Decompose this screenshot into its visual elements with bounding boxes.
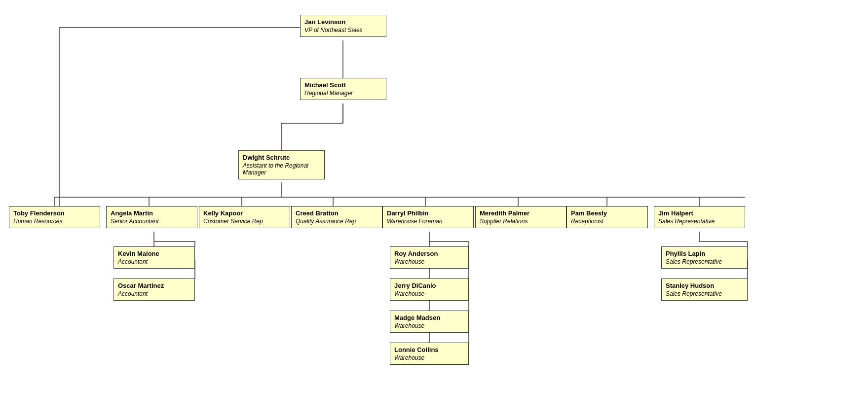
name-jim: Jim Halpert [658, 209, 741, 217]
name-oscar: Oscar Martinez [118, 282, 190, 289]
title-pam: Receptionist [571, 218, 643, 225]
title-phyllis: Sales Representative [666, 258, 743, 265]
title-kevin: Accountant [118, 258, 190, 265]
title-lonnie: Warehouse [394, 354, 464, 361]
name-pam: Pam Beesly [571, 209, 643, 217]
title-dwight: Assistant to the Regional Manager [243, 162, 320, 176]
name-meredith: Meredith Palmer [480, 209, 562, 217]
node-stanley: Stanley Hudson Sales Representative [661, 278, 748, 301]
title-jerry: Warehouse [394, 290, 464, 297]
node-madge: Madge Madsen Warehouse [390, 311, 469, 333]
name-madge: Madge Madsen [394, 314, 464, 321]
title-kelly: Customer Service Rep [203, 218, 286, 225]
name-roy: Roy Anderson [394, 250, 464, 257]
name-kelly: Kelly Kapoor [203, 209, 286, 217]
name-lonnie: Lonnie Collins [394, 346, 464, 353]
title-michael: Regional Manager [304, 90, 382, 97]
node-angela: Angela Martin Senior Accountant [106, 206, 197, 228]
name-michael: Michael Scott [304, 81, 382, 89]
node-roy: Roy Anderson Warehouse [390, 246, 469, 269]
node-jan: Jan Levinson VP of Northeast Sales [300, 15, 386, 37]
name-darryl: Darryl Philbin [387, 209, 469, 217]
title-creed: Quality Assurance Rep [296, 218, 378, 225]
title-darryl: Warehouse Foreman [387, 218, 469, 225]
node-toby: Toby Flenderson Human Resources [9, 206, 100, 228]
node-meredith: Meredith Palmer Supplier Relations [475, 206, 566, 228]
node-pam: Pam Beesly Receptionist [566, 206, 648, 228]
name-kevin: Kevin Malone [118, 250, 190, 257]
name-jan: Jan Levinson [304, 18, 382, 26]
title-toby: Human Resources [13, 218, 96, 225]
node-oscar: Oscar Martinez Accountant [113, 278, 195, 301]
title-meredith: Supplier Relations [480, 218, 562, 225]
name-phyllis: Phyllis Lapin [666, 250, 743, 257]
node-michael: Michael Scott Regional Manager [300, 78, 386, 100]
node-darryl: Darryl Philbin Warehouse Foreman [382, 206, 474, 228]
title-roy: Warehouse [394, 258, 464, 265]
title-jan: VP of Northeast Sales [304, 27, 382, 34]
node-dwight: Dwight Schrute Assistant to the Regional… [238, 150, 325, 179]
name-dwight: Dwight Schrute [243, 154, 320, 161]
node-lonnie: Lonnie Collins Warehouse [390, 343, 469, 365]
node-kelly: Kelly Kapoor Customer Service Rep [199, 206, 290, 228]
org-chart: Jan Levinson VP of Northeast Sales Micha… [0, 0, 868, 416]
node-jim: Jim Halpert Sales Representative [654, 206, 745, 228]
name-toby: Toby Flenderson [13, 209, 96, 217]
node-creed: Creed Bratton Quality Assurance Rep [291, 206, 382, 228]
node-kevin: Kevin Malone Accountant [113, 246, 195, 269]
name-jerry: Jerry DiCanio [394, 282, 464, 289]
title-jim: Sales Representative [658, 218, 741, 225]
name-angela: Angela Martin [111, 209, 193, 217]
title-oscar: Accountant [118, 290, 190, 297]
name-stanley: Stanley Hudson [666, 282, 743, 289]
name-creed: Creed Bratton [296, 209, 378, 217]
node-jerry: Jerry DiCanio Warehouse [390, 278, 469, 301]
title-angela: Senior Accountant [111, 218, 193, 225]
title-madge: Warehouse [394, 322, 464, 329]
node-phyllis: Phyllis Lapin Sales Representative [661, 246, 748, 269]
title-stanley: Sales Representative [666, 290, 743, 297]
